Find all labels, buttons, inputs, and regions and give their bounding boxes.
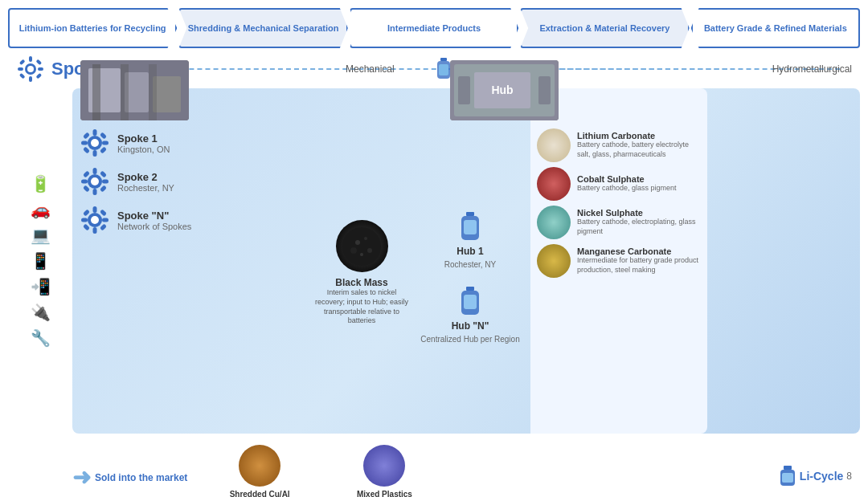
lithium-carbonate-text: Lithium Carbonate Battery cathode, batte… (577, 131, 701, 159)
svg-rect-23 (93, 150, 97, 157)
svg-rect-60 (458, 76, 470, 104)
svg-rect-6 (19, 59, 26, 65)
svg-rect-62 (466, 212, 474, 216)
logo-area: Li-Cycle 8 (779, 465, 852, 487)
page-number: 8 (846, 471, 852, 482)
shredded-cual-name: Shredded Cu/Al (230, 490, 290, 497)
svg-rect-49 (100, 223, 107, 230)
manganese-carbonate-name: Manganese Carbonate (577, 246, 701, 256)
logo-text: Li-Cycle (800, 470, 843, 483)
svg-rect-24 (81, 141, 88, 145)
svg-rect-45 (102, 218, 108, 222)
spoke-1-text: Spoke 1 Kingston, ON (117, 132, 170, 154)
svg-point-51 (355, 240, 360, 245)
manganese-carbonate-circle (537, 244, 571, 278)
svg-rect-48 (83, 223, 90, 230)
svg-rect-22 (93, 129, 97, 136)
svg-point-41 (91, 216, 99, 224)
cobalt-sulphate-desc: Battery cathode, glass pigment (577, 184, 677, 194)
nav-step-1-label: Lithium-ion Batteries for Recycling (19, 23, 166, 33)
product-lithium-carbonate: Lithium Carbonate Battery cathode, batte… (537, 128, 701, 162)
black-mass-visual (342, 226, 382, 267)
nav-step-5[interactable]: Battery Grade & Refined Materials (691, 8, 860, 48)
hub-section: Hub 1 Rochester, NY Hub "N" Centralized … (410, 88, 530, 434)
svg-rect-29 (100, 146, 107, 153)
svg-rect-67 (464, 295, 477, 309)
svg-rect-39 (100, 185, 107, 192)
manganese-carbonate-text: Manganese Carbonate Intermediate for bat… (577, 246, 701, 275)
svg-rect-33 (93, 189, 97, 195)
svg-rect-4 (18, 67, 23, 71)
mechanical-label: Mechanical (346, 63, 395, 75)
svg-rect-3 (29, 76, 32, 82)
hub-n-name: Hub "N" (452, 320, 489, 332)
bottom-section: ➜ Sold into the market Shredded Cu/Al Co… (8, 438, 860, 497)
sold-label: Sold into the market (95, 472, 187, 483)
content-area: 🔋 🚗 💻 📱 📲 🔌 🔧 (8, 88, 860, 434)
spoke-n-text: Spoke "N" Network of Spokes (117, 210, 191, 231)
cobalt-sulphate-name: Cobalt Sulphate (577, 174, 677, 184)
nav-step-4[interactable]: Extraction & Material Recovery (520, 8, 689, 48)
svg-rect-2 (29, 56, 32, 62)
spoke-1-name: Spoke 1 (117, 132, 170, 145)
spoke-section: Spoke 1 Kingston, ON (72, 88, 313, 434)
svg-rect-38 (83, 185, 90, 192)
hub-1-item: Hub 1 Rochester, NY (444, 210, 496, 269)
svg-point-50 (342, 227, 381, 266)
spoke-n-name: Spoke "N" (117, 210, 191, 222)
svg-rect-43 (93, 227, 97, 234)
svg-rect-7 (35, 59, 42, 65)
black-mass-description: Interim sales to nickel recovery; input … (313, 288, 410, 326)
spoke-n-location: Network of Spokes (117, 222, 191, 231)
device-icon-tablet: 📱 (31, 251, 51, 271)
cobalt-sulphate-circle (537, 167, 571, 201)
nickel-sulphate-desc: Battery cathode, electroplating, glass p… (577, 218, 701, 236)
top-nav: Lithium-ion Batteries for Recycling Shre… (8, 8, 860, 48)
svg-point-55 (360, 253, 363, 256)
hub-n-location: Centralized Hub per Region (420, 335, 519, 344)
svg-point-31 (91, 177, 99, 185)
svg-rect-32 (93, 168, 97, 174)
svg-rect-42 (93, 206, 97, 213)
nickel-sulphate-circle (537, 206, 571, 239)
svg-rect-25 (102, 141, 108, 145)
main-container: Lithium-ion Batteries for Recycling Shre… (0, 0, 868, 497)
spoke-n-gear-icon (80, 206, 109, 234)
shredded-cual-circle (239, 445, 280, 487)
manganese-carbonate-desc: Intermediate for battery grade product p… (577, 256, 701, 275)
bottom-product-shredded-cual: Shredded Cu/Al Copper and precious metal… (199, 445, 320, 497)
mixed-plastics-name: Mixed Plastics (357, 490, 412, 497)
nav-step-3[interactable]: Intermediate Products (350, 8, 518, 48)
svg-rect-47 (100, 209, 107, 216)
svg-rect-27 (100, 132, 107, 139)
svg-point-52 (364, 237, 367, 240)
device-icon-car: 🚗 (31, 200, 51, 219)
svg-point-21 (91, 139, 99, 147)
nav-step-1[interactable]: Lithium-ion Batteries for Recycling (8, 8, 177, 48)
device-icon-laptop: 💻 (31, 226, 51, 245)
nickel-sulphate-text: Nickel Sulphate Battery cathode, electro… (577, 208, 701, 236)
hub-1-location: Rochester, NY (444, 260, 496, 269)
hydro-label: Hydrometallurgical (772, 63, 852, 75)
svg-rect-10 (440, 58, 447, 61)
hub-n-bottle-icon (458, 285, 482, 317)
nickel-sulphate-name: Nickel Sulphate (577, 208, 701, 218)
spoke-item-1: Spoke 1 Kingston, ON (80, 128, 305, 157)
product-nickel-sulphate: Nickel Sulphate Battery cathode, electro… (537, 206, 701, 239)
hub-n-item: Hub "N" Centralized Hub per Region (420, 285, 519, 344)
svg-rect-46 (83, 209, 90, 216)
spoke-1-gear-icon (80, 128, 109, 157)
svg-rect-12 (439, 64, 448, 75)
device-icon-battery: 🔋 (31, 174, 51, 194)
lithium-carbonate-desc: Battery cathode, battery electrolyte sal… (577, 141, 701, 159)
mixed-plastics-circle (363, 445, 405, 487)
svg-rect-61 (538, 76, 551, 104)
lithium-carbonate-name: Lithium Carbonate (577, 131, 701, 141)
svg-rect-9 (35, 73, 42, 79)
spoke-item-2: Spoke 2 Rochester, NY (80, 167, 305, 196)
svg-rect-36 (83, 170, 90, 177)
spoke-2-gear-icon (80, 167, 109, 196)
device-icons-column: 🔋 🚗 💻 📱 📲 🔌 🔧 (8, 88, 72, 434)
svg-rect-28 (83, 146, 90, 153)
nav-step-2[interactable]: Shredding & Mechanical Separation (178, 8, 347, 48)
